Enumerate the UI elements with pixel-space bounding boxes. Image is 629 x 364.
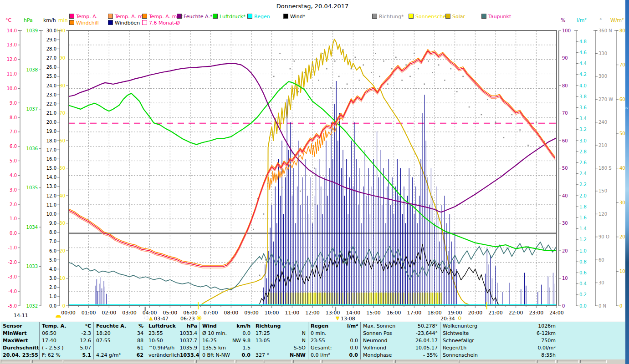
table-row: 0.0 l/m²0.0: [308, 352, 360, 359]
axis-tick-label: 5.0: [10, 158, 17, 163]
table-row: 17:4012.6: [40, 337, 93, 344]
x-axis-label: 01:00: [82, 310, 96, 316]
table-cell: 1033.4: [180, 330, 198, 337]
x-axis-label: 15:00: [366, 310, 381, 316]
axis-tick-label: 3.4: [579, 116, 587, 121]
axis-unit-label: %: [561, 17, 565, 23]
legend-item-wind-: Wind*: [283, 14, 305, 19]
axis-tick-label: 100: [56, 28, 65, 33]
status-panel: [32, 360, 62, 363]
table-row: veränderlich1033.4: [146, 352, 199, 359]
axis-tick-label: 1035: [26, 185, 38, 190]
axis-tick-label: 12.0: [7, 57, 17, 62]
axis-tick-label: 80: [59, 83, 65, 88]
axis-tick-label: 10: [59, 276, 65, 281]
axis-tick-label: 17.0: [46, 147, 56, 152]
table-cell: 8:35h: [541, 352, 556, 359]
axis-tick-label: 3.0: [579, 138, 587, 143]
axis-unit-label: hPa: [24, 17, 33, 23]
table-col-wind: Windkm/hØ 10 min.0.016:25NW 9.8135.5 km1…: [200, 322, 253, 360]
sunset-icon: [458, 317, 461, 319]
table-cell: MinWert: [3, 330, 26, 337]
table-row: 06:50-2.3: [40, 330, 93, 337]
axis-tick-label: 2.0: [10, 202, 17, 207]
table-cell: 0.0l/m²: [538, 344, 556, 352]
legend-item-temp-a-: Temp. A.: [69, 14, 97, 19]
moonset-axis-mark: [335, 307, 336, 311]
legend-swatch: [372, 14, 377, 19]
status-panel: [557, 360, 579, 363]
table-cell: 26.04.17: [415, 337, 438, 344]
table-cell: ^0.9hPa/h: [148, 344, 174, 352]
table-cell: 10:50: [148, 337, 163, 344]
axis-tick-label: 30.0: [46, 28, 56, 33]
table-cell: 1035.9: [180, 344, 198, 352]
x-axis-label: 06:00: [183, 310, 198, 316]
axis-tick-label: 1.2: [579, 237, 587, 242]
table-cell: 17:25: [256, 330, 270, 337]
table-row: Windkm/h: [200, 323, 253, 330]
table-row: 0 Bft N-NW0.0: [200, 352, 253, 359]
table-cell: 0.0: [243, 330, 251, 337]
table-cell: Sichtweite: [443, 330, 469, 337]
axis-tick-label: 1.0: [579, 248, 587, 253]
table-cell: l/m²: [347, 323, 358, 330]
x-axis-label: 03:00: [122, 310, 137, 316]
x-axis-label: 09:00: [244, 310, 259, 316]
axis-tick-label: 15.0: [46, 166, 56, 171]
axis-unit-label: W/m²: [610, 17, 624, 23]
x-axis-label: 18:00: [427, 310, 442, 316]
legend-label: Richtung*: [379, 14, 404, 20]
table-cell: 50,278°: [418, 323, 438, 330]
table-cell: Feuchte A.: [96, 323, 126, 330]
table-cell: N-NW: [290, 352, 306, 359]
status-panel: [1, 360, 31, 363]
table-row: ^0.9hPa/h1035.9: [146, 344, 199, 352]
axis-tick-label: 10.0: [46, 212, 56, 217]
axis-tick-label: 22.0: [46, 101, 56, 106]
legend-item-luftdruck-: Luftdruck*: [213, 14, 245, 19]
table-cell: 10.05.17: [415, 344, 438, 352]
table-cell: 6-12km: [537, 330, 556, 337]
axis-tick-label: -5.0: [8, 303, 17, 308]
axis-tick-label: 3.0: [49, 276, 56, 281]
table-row: Neumond26.04.17: [361, 337, 440, 344]
table-cell: Gesamt:: [311, 344, 332, 352]
table-cell: 06:50: [42, 330, 56, 337]
axis-tick-label: 60: [598, 258, 604, 263]
axis-tick-label: 1.8: [579, 204, 587, 209]
moonrise-icon: [145, 316, 148, 319]
table-cell: 23:55: [148, 330, 163, 337]
legend-label: Temp. A.: [76, 14, 97, 20]
table-cell: 62: [137, 352, 143, 359]
axis-tick-label: 29.0: [46, 37, 56, 42]
axis-tick-label: 8.0: [49, 230, 56, 235]
axis-tick-label: 7.0: [49, 239, 56, 244]
moonset-time: 13:08: [341, 316, 355, 322]
axis-tick-label: 70: [59, 111, 65, 116]
axis-tick-label: 210: [598, 143, 607, 148]
weather-chart: °C14.013.012.011.010.09.08.07.06.05.04.0…: [0, 0, 629, 322]
axis-tick-label: 150: [598, 188, 607, 193]
table-cell: Durchschnitt: [3, 344, 39, 352]
axis-tick-label: 30: [562, 221, 568, 226]
axis-tick-label: 0.4: [579, 281, 587, 286]
axis-tick-label: 9.0: [10, 101, 17, 106]
table-col-extra: Wolkenunterg1026mSichtweite6-12kmSchneef…: [440, 322, 625, 360]
axis-tick-label: 30: [598, 280, 604, 285]
table-row: MaxWert: [0, 337, 39, 344]
x-axis-label: 10:00: [265, 310, 279, 316]
axis-tick-label: 11.0: [7, 71, 17, 76]
table-row: Ø 10 min.0.0: [200, 330, 253, 337]
table-cell: S-SO: [293, 344, 306, 352]
table-cell: 0.0: [350, 344, 358, 352]
table-row: Schneefallgr750m: [440, 337, 558, 344]
legend-swatch: [213, 14, 218, 19]
table-row: Sichtweite6-12km: [440, 330, 558, 337]
legend-label: Windchill: [76, 20, 99, 26]
x-axis-label: 19:00: [448, 310, 462, 316]
axis-unit-label: km/h: [43, 17, 56, 23]
table-cell: Sensor: [3, 323, 22, 330]
axis-tick-label: 0.6: [579, 270, 587, 275]
axis-tick-label: 1.4: [579, 226, 587, 231]
